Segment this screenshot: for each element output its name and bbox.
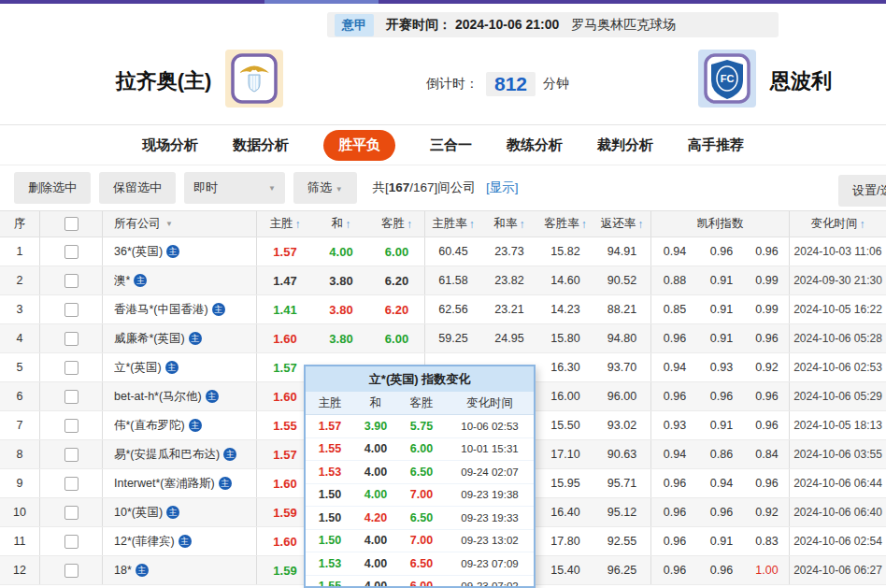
kelly-away-cell: 0.96	[745, 324, 790, 352]
row-checkbox[interactable]	[64, 477, 79, 491]
tab-item[interactable]: 裁判分析	[597, 136, 653, 154]
company-cell[interactable]: 10*(英国) 主	[103, 498, 257, 526]
change-time-cell: 2024-10-06 05:28	[790, 324, 886, 352]
header-company[interactable]: 所有公司 ▼	[103, 211, 257, 237]
show-link[interactable]: [显示]	[486, 179, 519, 196]
change-time-cell: 2024-10-06 05:29	[790, 382, 886, 410]
row-checkbox[interactable]	[64, 245, 79, 259]
settings-button[interactable]: 设置/选择	[838, 175, 886, 207]
lazio-eagle-icon	[225, 50, 283, 108]
table-header: 序 所有公司 ▼ 主胜↑ 和↑ 客胜↑ 主胜率↑ 和率↑ 客胜率↑ 返还率↑ 凯…	[0, 210, 886, 237]
tab-item[interactable]: 数据分析	[233, 136, 289, 154]
company-cell[interactable]: 立*(英国) 主	[103, 353, 257, 381]
return-rate-cell: 94.91	[593, 237, 651, 265]
header-away-odds[interactable]: 客胜↑	[369, 211, 425, 237]
company-badge-icon: 主	[219, 477, 232, 490]
header-home-odds[interactable]: 主胜↑	[257, 211, 313, 237]
header-return-rate[interactable]: 返还率↑	[593, 211, 651, 237]
popup-row: 1.55 4.00 6.00 10-01 15:31	[306, 438, 534, 462]
row-checkbox-cell	[40, 353, 103, 381]
company-cell[interactable]: bet-at-h*(马尔他) 主	[103, 382, 257, 410]
header-away-rate[interactable]: 客胜率↑	[537, 211, 593, 237]
header-home-rate[interactable]: 主胜率↑	[425, 211, 481, 237]
popup-change-time: 09-24 02:07	[446, 461, 534, 483]
time-filter-select[interactable]: 即时 ▼	[184, 172, 285, 204]
tab-item[interactable]: 胜平负	[323, 130, 395, 161]
company-badge-icon: 主	[206, 390, 219, 403]
kelly-home-cell: 0.96	[651, 527, 698, 555]
kelly-home-cell: 0.88	[651, 266, 698, 294]
popup-header-home: 主胜	[306, 392, 354, 414]
company-cell[interactable]: Interwet*(塞浦路斯) 主	[103, 469, 257, 497]
row-checkbox[interactable]	[64, 535, 79, 549]
row-checkbox[interactable]	[64, 564, 79, 578]
delete-selected-button[interactable]: 删除选中	[14, 172, 91, 204]
row-checkbox[interactable]	[64, 448, 79, 462]
company-cell[interactable]: 易*(安提瓜和巴布达) 主	[103, 440, 257, 468]
select-all-checkbox[interactable]	[64, 217, 79, 231]
row-checkbox[interactable]	[64, 303, 79, 317]
company-badge-icon: 主	[212, 303, 225, 316]
row-checkbox[interactable]	[64, 506, 79, 520]
tab-item[interactable]: 现场分析	[142, 136, 198, 154]
company-name: 澳*	[114, 273, 130, 289]
kelly-away-cell: 0.99	[745, 266, 790, 294]
kelly-home-cell: 0.93	[651, 411, 698, 439]
company-cell[interactable]: 香港马*(中国香港) 主	[103, 295, 257, 323]
company-cell[interactable]: 18* 主	[103, 556, 257, 584]
sort-up-icon: ↑	[407, 218, 412, 231]
keep-selected-button[interactable]: 保留选中	[99, 172, 176, 204]
sort-up-icon: ↑	[637, 218, 643, 231]
row-checkbox[interactable]	[64, 332, 79, 346]
row-checkbox[interactable]	[64, 274, 79, 288]
chevron-down-icon: ▼	[268, 184, 276, 193]
away-rate-cell: 15.80	[537, 324, 593, 352]
kelly-draw-cell: 0.91	[698, 266, 745, 294]
company-cell[interactable]: 威廉希*(英国) 主	[103, 324, 257, 352]
draw-rate-cell: 23.82	[481, 266, 537, 294]
away-rate-cell: 16.30	[537, 353, 593, 381]
row-checkbox[interactable]	[64, 361, 79, 375]
popup-home-odds: 1.57	[306, 415, 354, 437]
popup-change-time: 09-23 07:02	[446, 576, 534, 588]
row-checkbox-cell	[40, 440, 103, 468]
kelly-draw-cell: 0.86	[698, 440, 745, 468]
return-rate-cell: 95.71	[593, 469, 651, 497]
tab-item[interactable]: 教练分析	[507, 136, 563, 154]
home-team-logo	[225, 50, 283, 108]
home-odds-cell: 1.57	[257, 237, 313, 265]
row-checkbox-cell	[40, 324, 103, 352]
company-name: 伟*(直布罗陀)	[114, 418, 185, 434]
draw-odds-cell: 3.80	[313, 324, 369, 352]
row-checkbox[interactable]	[64, 390, 79, 404]
kelly-away-cell: 0.96	[745, 469, 790, 497]
company-cell[interactable]: 澳* 主	[103, 266, 257, 294]
company-cell[interactable]: 12*(菲律宾) 主	[103, 527, 257, 555]
popup-away-odds: 7.00	[397, 530, 446, 552]
countdown-unit: 分钟	[543, 76, 569, 93]
header-draw-odds[interactable]: 和↑	[313, 211, 369, 237]
kelly-away-cell: 1.00	[745, 556, 790, 584]
row-checkbox[interactable]	[64, 419, 79, 433]
venue-label: 罗马奥林匹克球场	[571, 17, 676, 34]
kelly-home-cell: 0.85	[651, 295, 698, 323]
company-cell[interactable]: 伟*(直布罗陀) 主	[103, 411, 257, 439]
header-draw-rate[interactable]: 和率↑	[481, 211, 537, 237]
draw-rate-cell: 23.73	[481, 237, 537, 265]
odds-comparison-page: 意甲 开赛时间： 2024-10-06 21:00 罗马奥林匹克球场 拉齐奥(主…	[0, 0, 886, 588]
company-name: 10*(英国)	[114, 505, 163, 521]
popup-home-odds: 1.50	[306, 484, 354, 507]
company-badge-icon: 主	[166, 245, 179, 258]
row-index: 4	[0, 324, 40, 352]
header-change-time[interactable]: 变化时间↑	[790, 211, 886, 237]
away-odds-cell: 6.20	[369, 266, 425, 294]
company-cell[interactable]: 36*(英国) 主	[103, 237, 257, 265]
row-checkbox-cell	[40, 411, 103, 439]
kelly-away-cell: 0.96	[745, 411, 790, 439]
sort-up-icon: ↑	[860, 218, 865, 231]
filter-button[interactable]: 筛选 ▼	[293, 172, 357, 204]
tab-item[interactable]: 高手推荐	[688, 136, 744, 154]
tab-item[interactable]: 三合一	[430, 136, 472, 154]
away-rate-cell: 16.00	[537, 382, 593, 410]
home-rate-cell: 59.25	[425, 324, 481, 352]
